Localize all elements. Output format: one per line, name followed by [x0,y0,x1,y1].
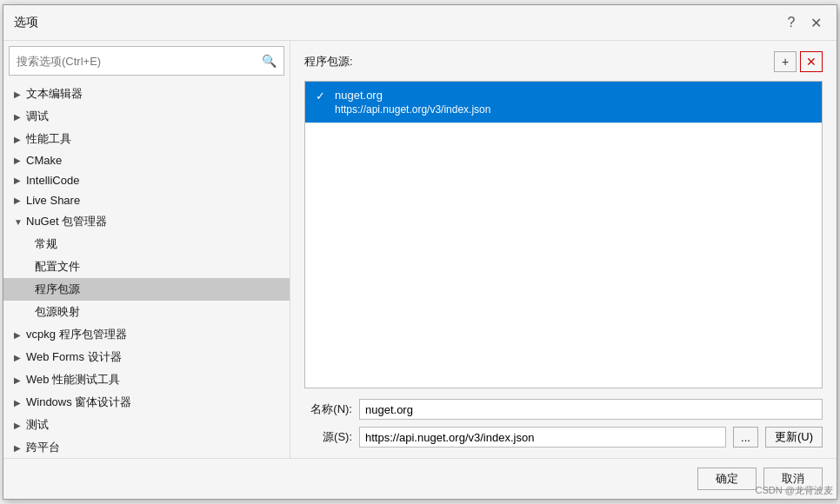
left-panel: 🔍 ▶文本编辑器▶调试▶性能工具▶CMake▶IntelliCode▶Live … [3,41,290,458]
search-box[interactable]: 🔍 [9,46,284,76]
tree-arrow-nuget: ▼ [14,217,26,227]
name-label: 名称(N): [304,401,352,417]
tree-arrow-vcpkg: ▶ [14,330,26,340]
tree-list: ▶文本编辑器▶调试▶性能工具▶CMake▶IntelliCode▶Live Sh… [3,81,290,458]
tree-item-intellicode[interactable]: ▶IntelliCode [3,170,290,190]
tree-label-nuget-config: 配置文件 [35,259,283,275]
tree-label-live-share: Live Share [26,194,283,207]
tree-arrow-windows-forms: ▶ [14,398,26,408]
tree-item-nuget-config[interactable]: 配置文件 [3,255,290,278]
source-name-nuget-org: nuget.org [335,89,490,102]
tree-label-testing: 测试 [26,417,283,433]
tree-item-webforms[interactable]: ▶Web Forms 设计器 [3,346,290,368]
close-button[interactable]: ✕ [805,12,826,33]
tree-item-web-perf[interactable]: ▶Web 性能测试工具 [3,368,290,391]
dialog-title: 选项 [14,15,38,30]
update-button[interactable]: 更新(U) [765,427,823,448]
dialog-footer: 确定 取消 [3,458,837,499]
tree-label-vcpkg: vcpkg 程序包管理器 [26,327,283,342]
tree-item-nuget-general[interactable]: 常规 [3,233,290,255]
tree-arrow-testing: ▶ [14,421,26,430]
tree-item-nuget-mapping[interactable]: 包源映射 [3,301,290,323]
tree-label-windows-forms: Windows 窗体设计器 [26,395,283,410]
browse-button[interactable]: ... [733,427,758,448]
help-button[interactable]: ? [781,12,802,33]
tree-label-nuget: NuGet 包管理器 [26,214,283,229]
tree-label-cross-platform: 跨平台 [26,440,283,455]
tree-label-text-editor: 文本编辑器 [26,86,283,102]
source-info-nuget-org: nuget.orghttps://api.nuget.org/v3/index.… [335,89,490,116]
check-mark-nuget-org: ✓ [316,90,328,103]
options-dialog: 选项 ? ✕ 🔍 ▶文本编辑器▶调试▶性能工具▶CMake▶IntelliCod… [3,4,837,500]
tree-arrow-text-editor: ▶ [14,90,26,99]
name-row: 名称(N): [304,399,823,420]
tree-arrow-cross-platform: ▶ [14,443,26,453]
tree-item-nuget[interactable]: ▼NuGet 包管理器 [3,210,290,233]
tree-item-text-editor[interactable]: ▶文本编辑器 [3,83,290,105]
tree-arrow-webforms: ▶ [14,353,26,362]
source-item-nuget-org[interactable]: ✓nuget.orghttps://api.nuget.org/v3/index… [305,82,822,123]
name-input[interactable] [359,399,823,420]
search-icon: 🔍 [262,54,277,68]
title-bar: 选项 ? ✕ [3,5,837,41]
dialog-body: 🔍 ▶文本编辑器▶调试▶性能工具▶CMake▶IntelliCode▶Live … [3,41,837,458]
fields-section: 名称(N): 源(S): ... 更新(U) [304,399,823,448]
tree-arrow-debug: ▶ [14,112,26,122]
tree-label-intellicode: IntelliCode [26,174,283,187]
tree-label-cmake: CMake [26,154,283,167]
tree-label-perf-tools: 性能工具 [26,131,283,147]
tree-arrow-cmake: ▶ [14,156,26,165]
tree-label-webforms: Web Forms 设计器 [26,349,283,365]
watermark: CSDN @龙背波麦 [756,484,833,497]
tree-arrow-intellicode: ▶ [14,176,26,185]
tree-arrow-web-perf: ▶ [14,375,26,385]
add-source-button[interactable]: + [774,51,797,72]
section-actions: + ✕ [774,51,823,72]
tree-item-cross-platform[interactable]: ▶跨平台 [3,436,290,458]
section-header: 程序包源: + ✕ [304,51,823,72]
tree-item-debug[interactable]: ▶调试 [3,105,290,128]
tree-label-debug: 调试 [26,109,283,124]
sources-list: ✓nuget.orghttps://api.nuget.org/v3/index… [304,81,823,388]
tree-item-live-share[interactable]: ▶Live Share [3,190,290,210]
tree-label-web-perf: Web 性能测试工具 [26,372,283,388]
tree-item-testing[interactable]: ▶测试 [3,414,290,436]
section-title: 程序包源: [304,54,353,70]
title-controls: ? ✕ [781,12,826,33]
source-url-nuget-org: https://api.nuget.org/v3/index.json [335,103,490,116]
right-panel: 程序包源: + ✕ ✓nuget.orghttps://api.nuget.or… [290,41,837,458]
tree-label-nuget-mapping: 包源映射 [35,304,283,320]
ok-button[interactable]: 确定 [697,468,757,490]
tree-item-nuget-sources[interactable]: 程序包源 [3,278,290,301]
source-label: 源(S): [304,429,352,445]
tree-item-vcpkg[interactable]: ▶vcpkg 程序包管理器 [3,323,290,346]
tree-item-windows-forms[interactable]: ▶Windows 窗体设计器 [3,391,290,414]
source-input[interactable] [359,427,726,448]
tree-item-perf-tools[interactable]: ▶性能工具 [3,128,290,150]
tree-arrow-live-share: ▶ [14,196,26,205]
source-row: 源(S): ... 更新(U) [304,427,823,448]
remove-source-button[interactable]: ✕ [800,51,823,72]
search-input[interactable] [17,55,262,68]
tree-item-cmake[interactable]: ▶CMake [3,150,290,170]
tree-label-nuget-general: 常规 [35,236,283,252]
tree-arrow-perf-tools: ▶ [14,135,26,144]
tree-label-nuget-sources: 程序包源 [35,282,283,297]
